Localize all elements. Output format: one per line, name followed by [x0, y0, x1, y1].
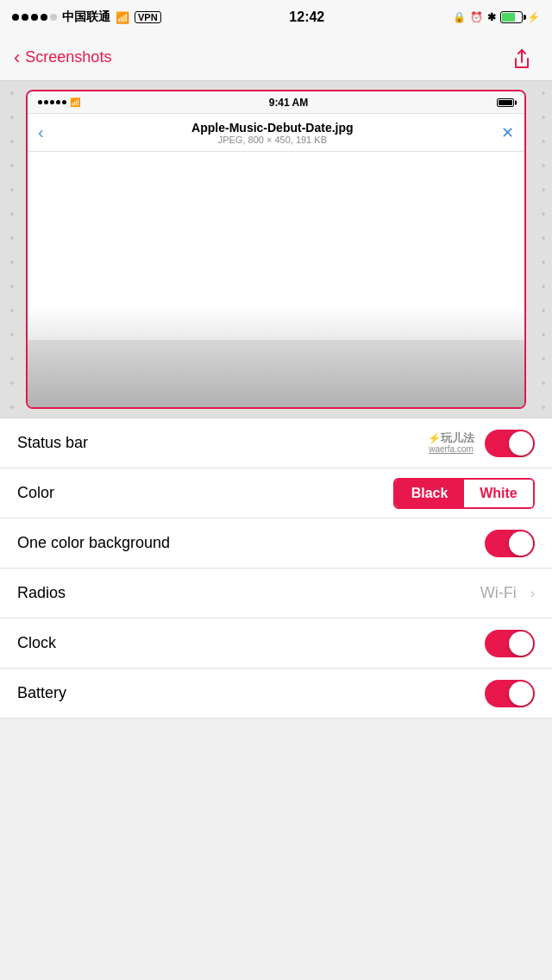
phone-frame: 📶 9:41 AM ‹ Apple-Music-Debut-Date.jpg J…	[26, 90, 526, 409]
nav-bar: ‹ Screenshots	[0, 35, 552, 81]
inner-status-bar: 📶 9:41 AM	[28, 91, 524, 114]
battery-toggle[interactable]	[485, 680, 535, 707]
share-icon	[511, 45, 532, 71]
charging-icon: ⚡	[527, 11, 540, 23]
wifi-icon: 📶	[116, 11, 129, 24]
settings-row-clock: Clock	[0, 619, 552, 669]
battery-setting-label: Battery	[17, 684, 66, 702]
radios-value: Wi-Fi	[480, 584, 517, 602]
share-button[interactable]	[505, 41, 538, 74]
inner-fileinfo: JPEG, 800 × 450, 191 KB	[191, 135, 353, 145]
settings-row-battery: Battery	[0, 669, 552, 719]
inner-filename: Apple-Music-Debut-Date.jpg	[191, 121, 353, 135]
carrier-label: 中国联通	[62, 9, 110, 25]
signal-dots	[12, 14, 57, 21]
toggle-knob	[509, 631, 533, 656]
settings-row-radios[interactable]: Radios Wi-Fi ›	[0, 569, 552, 619]
inner-close-icon: ✕	[501, 123, 514, 142]
settings-list: Status bar ⚡玩儿法 waerfa.com Color Black W…	[0, 418, 552, 719]
back-chevron-icon: ‹	[14, 48, 20, 67]
back-label: Screenshots	[25, 48, 111, 66]
toggle-knob	[509, 431, 533, 455]
inner-image-area	[28, 152, 524, 409]
alarm-icon: ⏰	[470, 11, 483, 23]
status-bar: 中国联通 📶 VPN 12:42 🔒 ⏰ ✱ ⚡	[0, 0, 552, 35]
color-segment-control[interactable]: Black White	[393, 478, 535, 509]
color-white-button[interactable]: White	[464, 480, 533, 507]
inner-image-bottom	[28, 340, 524, 409]
lock-icon: 🔒	[453, 11, 466, 23]
status-time: 12:42	[289, 9, 324, 25]
radios-chevron-icon: ›	[530, 586, 535, 601]
preview-container: 📶 9:41 AM ‹ Apple-Music-Debut-Date.jpg J…	[0, 81, 552, 418]
battery-icon	[500, 11, 523, 23]
color-setting-label: Color	[17, 484, 54, 502]
toggle-knob	[509, 531, 533, 556]
radios-row-right: Wi-Fi ›	[480, 584, 535, 602]
status-bar-toggle[interactable]	[485, 430, 535, 457]
inner-time: 9:41 AM	[269, 97, 309, 109]
status-bar-setting-label: Status bar	[17, 434, 88, 452]
inner-wifi-icon: 📶	[70, 97, 80, 107]
inner-nav: ‹ Apple-Music-Debut-Date.jpg JPEG, 800 ×…	[28, 114, 524, 152]
bluetooth-icon: ✱	[487, 11, 496, 23]
vpn-badge: VPN	[135, 11, 161, 23]
settings-row-one-color-bg: One color background	[0, 518, 552, 569]
one-color-bg-toggle[interactable]	[485, 530, 535, 557]
status-bar-row-right: ⚡玩儿法 waerfa.com	[428, 430, 535, 457]
settings-row-status-bar: Status bar ⚡玩儿法 waerfa.com	[0, 418, 552, 468]
inner-battery	[497, 98, 514, 107]
clock-toggle[interactable]	[485, 630, 535, 657]
color-black-button[interactable]: Black	[395, 480, 464, 507]
one-color-bg-label: One color background	[17, 534, 170, 552]
status-right: 🔒 ⏰ ✱ ⚡	[453, 11, 540, 23]
radios-setting-label: Radios	[17, 584, 66, 602]
waerfa-logo: ⚡玩儿法 waerfa.com	[428, 431, 474, 455]
inner-back-icon: ‹	[38, 122, 44, 142]
status-bar-left: 中国联通 📶 VPN	[12, 9, 161, 25]
back-button[interactable]: ‹ Screenshots	[14, 48, 111, 67]
toggle-knob	[509, 682, 533, 706]
waerfa-url: waerfa.com	[428, 444, 474, 455]
settings-row-color: Color Black White	[0, 468, 552, 518]
inner-title-wrap: Apple-Music-Debut-Date.jpg JPEG, 800 × 4…	[191, 121, 353, 145]
waerfa-text: ⚡玩儿法	[428, 431, 474, 445]
clock-setting-label: Clock	[17, 634, 56, 652]
